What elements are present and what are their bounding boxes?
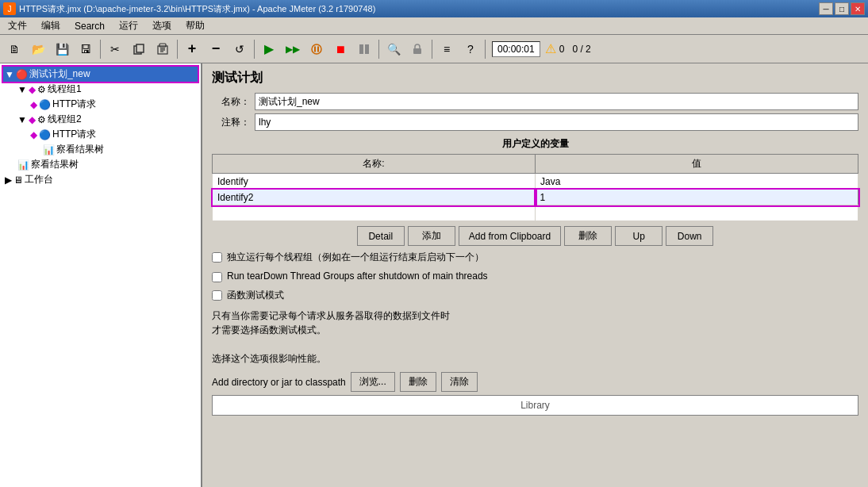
- name-input[interactable]: [255, 93, 858, 110]
- warning-count: 0: [559, 44, 565, 55]
- run-teardown-checkbox[interactable]: [212, 272, 222, 282]
- ssl-button[interactable]: [406, 38, 428, 60]
- gear-icon: ⚙: [37, 114, 46, 125]
- row-value-cell: Java: [536, 174, 858, 190]
- table-row-empty[interactable]: [213, 205, 858, 221]
- menu-edit[interactable]: 编辑: [35, 17, 67, 34]
- progress-display: 0 / 2: [572, 44, 590, 55]
- expand-icon: ▼: [5, 69, 14, 80]
- functional-mode-checkbox[interactable]: [212, 290, 222, 301]
- tree-item-label: HTTP请求: [52, 98, 96, 111]
- col-value-header: 值: [536, 155, 858, 174]
- paste-button[interactable]: [152, 38, 174, 60]
- svg-point-7: [312, 44, 321, 54]
- svg-rect-9: [317, 46, 319, 52]
- svg-rect-11: [365, 44, 369, 54]
- separator-6: [485, 40, 486, 59]
- stop-button[interactable]: ⏹: [329, 38, 351, 60]
- save-button[interactable]: 💾: [51, 38, 73, 60]
- expand-icon: ▶: [5, 174, 12, 186]
- http-icon: 🔵: [39, 129, 51, 140]
- search-button[interactable]: 🔍: [382, 38, 405, 60]
- minimize-button[interactable]: ─: [819, 2, 833, 15]
- independent-threads-checkbox[interactable]: [212, 252, 222, 263]
- functional-mode-label[interactable]: 函数测试模式: [227, 289, 284, 302]
- sidebar-item-workbench[interactable]: ▶ 🖥 工作台: [3, 172, 198, 187]
- help-button[interactable]: ?: [459, 38, 482, 60]
- menu-help[interactable]: 帮助: [179, 17, 211, 34]
- cut-button[interactable]: ✂: [104, 38, 126, 60]
- sidebar-item-result-tree-1[interactable]: 📊 察看结果树: [16, 157, 198, 172]
- sidebar-item-result-tree-2[interactable]: 📊 察看结果树: [41, 142, 198, 157]
- diamond-icon: ◆: [29, 84, 36, 95]
- monitor-icon: 🖥: [13, 174, 23, 186]
- menu-options[interactable]: 选项: [146, 17, 178, 34]
- comment-input[interactable]: [255, 113, 858, 131]
- separator-3: [254, 40, 255, 59]
- sidebar-item-http-request-1[interactable]: ◆ 🔵 HTTP请求: [29, 97, 198, 112]
- detail-button[interactable]: Detail: [357, 226, 405, 246]
- add-button[interactable]: +: [181, 38, 203, 60]
- log-viewer-button[interactable]: ≡: [436, 38, 458, 60]
- expand-icon: ▼: [17, 114, 27, 125]
- sidebar-item-thread-group-1[interactable]: ▼ ◆ ⚙ 线程组1: [16, 82, 198, 97]
- start-no-pause-button[interactable]: ▶▶: [282, 38, 304, 60]
- delete-row-button[interactable]: 删除: [564, 226, 612, 246]
- svg-rect-10: [359, 44, 363, 54]
- close-button[interactable]: ✕: [851, 2, 865, 15]
- up-button[interactable]: Up: [615, 226, 663, 246]
- col-name-header: 名称:: [213, 155, 536, 174]
- browse-button[interactable]: 浏览...: [351, 372, 395, 392]
- checkbox-row-2: Run tearDown Thread Groups after shutdow…: [212, 270, 858, 282]
- tree-item-label: HTTP请求: [52, 128, 96, 141]
- delete-classpath-button[interactable]: 删除: [400, 372, 436, 392]
- row-name-cell-empty: [213, 205, 536, 221]
- separator-2: [177, 40, 178, 59]
- chart-icon: 📊: [43, 144, 55, 155]
- sidebar-item-test-plan[interactable]: ▼ 🔴 测试计划_new: [3, 67, 198, 82]
- svg-rect-12: [413, 48, 421, 54]
- new-button[interactable]: 🗎: [3, 38, 25, 60]
- save-as-button[interactable]: 🖫: [75, 38, 97, 60]
- remove-button[interactable]: −: [205, 38, 227, 60]
- table-row-selected[interactable]: Identify2 1: [213, 190, 858, 205]
- table-row[interactable]: Identify Java: [213, 174, 858, 190]
- tree-item-label: 察看结果树: [31, 158, 79, 171]
- add-row-button[interactable]: 添加: [408, 226, 455, 246]
- start-button[interactable]: ▶: [258, 38, 280, 60]
- copy-button[interactable]: [128, 38, 150, 60]
- menu-search[interactable]: Search: [68, 19, 111, 33]
- warning-icon: ⚠: [545, 41, 556, 56]
- svg-rect-1: [136, 44, 144, 52]
- classpath-row: Add directory or jar to classpath 浏览... …: [212, 372, 858, 392]
- menu-run[interactable]: 运行: [113, 17, 144, 34]
- row-name-cell: Identify2: [213, 190, 536, 205]
- menu-file[interactable]: 文件: [2, 17, 33, 34]
- name-label: 名称：: [212, 95, 250, 109]
- run-teardown-label[interactable]: Run tearDown Thread Groups after shutdow…: [227, 270, 488, 282]
- reset-button[interactable]: ↺: [229, 38, 251, 60]
- comment-label: 注释：: [212, 116, 250, 129]
- sidebar-item-http-request-2[interactable]: ◆ 🔵 HTTP请求: [29, 127, 198, 142]
- comment-field-row: 注释：: [212, 113, 858, 131]
- gear-icon: ⚙: [37, 84, 46, 95]
- functional-mode-desc: 只有当你需要记录每个请求从服务器取得的数据到文件时 才需要选择函数测试模式。 选…: [212, 309, 858, 366]
- tree-panel: ▼ 🔴 测试计划_new ▼ ◆ ⚙ 线程组1 ◆ 🔵 HTTP请求 ▼ ◆ ⚙…: [0, 63, 202, 487]
- maximize-button[interactable]: □: [835, 2, 849, 15]
- clear-classpath-button[interactable]: 清除: [441, 372, 478, 392]
- classpath-label: Add directory or jar to classpath: [212, 377, 346, 388]
- name-field-row: 名称：: [212, 93, 858, 110]
- pause-button[interactable]: [305, 38, 328, 60]
- shutdown-button[interactable]: [353, 38, 375, 60]
- tree-item-label: 工作台: [25, 173, 53, 186]
- tree-item-label: 测试计划_new: [29, 67, 90, 81]
- open-button[interactable]: 📂: [27, 38, 49, 60]
- http-icon: 🔵: [39, 99, 51, 110]
- down-button[interactable]: Down: [666, 226, 713, 246]
- panel-body: 测试计划 名称： 注释： 用户定义的变量 名称: 值: [202, 63, 868, 487]
- menu-bar: 文件 编辑 Search 运行 选项 帮助: [0, 17, 868, 35]
- independent-threads-label[interactable]: 独立运行每个线程组（例如在一个组运行结束后启动下一个）: [227, 251, 484, 264]
- add-from-clipboard-button[interactable]: Add from Clipboard: [459, 226, 561, 246]
- chart-icon: 📊: [17, 159, 29, 171]
- sidebar-item-thread-group-2[interactable]: ▼ ◆ ⚙ 线程组2: [16, 112, 198, 127]
